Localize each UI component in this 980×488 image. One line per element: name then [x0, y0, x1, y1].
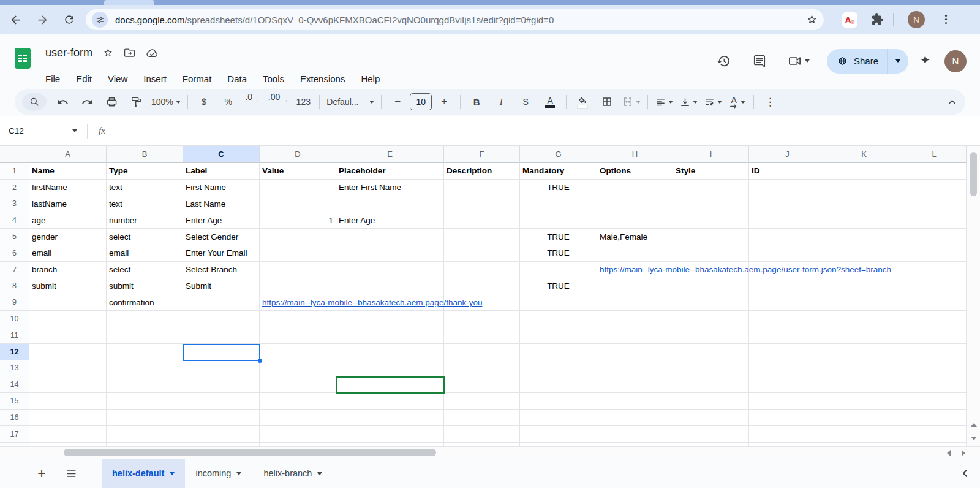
- cell-G8[interactable]: TRUE: [520, 278, 597, 295]
- text-rotation-button[interactable]: A: [725, 93, 750, 111]
- cell-J14[interactable]: [749, 376, 826, 393]
- cell-H13[interactable]: [597, 360, 673, 377]
- column-header-K[interactable]: K: [826, 146, 902, 163]
- cell-J16[interactable]: [749, 410, 826, 426]
- cell-D15[interactable]: [260, 393, 336, 410]
- cell-E10[interactable]: [336, 311, 444, 327]
- cell-A3[interactable]: lastName: [29, 196, 107, 213]
- cell-F15[interactable]: [444, 393, 520, 410]
- cell-A17[interactable]: [29, 426, 107, 443]
- vertical-scrollbar-thumb[interactable]: [970, 152, 977, 196]
- cell-J11[interactable]: [749, 327, 826, 344]
- cell-K15[interactable]: [826, 393, 902, 410]
- row-header-15[interactable]: 15: [0, 393, 29, 410]
- cell-K12[interactable]: [826, 344, 902, 360]
- cell-E13[interactable]: [336, 360, 444, 377]
- print-icon[interactable]: [99, 93, 124, 111]
- cell-C8[interactable]: Submit: [183, 278, 260, 295]
- row-header-13[interactable]: 13: [0, 360, 29, 377]
- scroll-right-button[interactable]: [957, 447, 970, 459]
- cell-I13[interactable]: [673, 360, 749, 377]
- cell-C7[interactable]: Select Branch: [183, 262, 260, 278]
- cell-I8[interactable]: [673, 278, 749, 295]
- cell-D11[interactable]: [260, 327, 336, 344]
- paint-format-icon[interactable]: [124, 93, 148, 111]
- cell-H2[interactable]: [597, 180, 673, 196]
- gemini-sparkle-icon[interactable]: [918, 54, 932, 68]
- cell-H9[interactable]: [597, 294, 673, 311]
- search-menus-icon[interactable]: [22, 93, 47, 111]
- cell-H16[interactable]: [597, 410, 673, 426]
- cell-D3[interactable]: [260, 196, 336, 213]
- cell-C5[interactable]: Select Gender: [183, 229, 260, 245]
- cell-F11[interactable]: [444, 327, 520, 344]
- cell-I12[interactable]: [673, 344, 749, 360]
- cell-K17[interactable]: [826, 426, 902, 443]
- cell-D2[interactable]: [260, 180, 336, 196]
- row-header-10[interactable]: 10: [0, 311, 29, 327]
- share-dropdown[interactable]: [888, 49, 908, 74]
- cell-G9[interactable]: [520, 294, 597, 311]
- cell-J15[interactable]: [749, 393, 826, 410]
- cell-K11[interactable]: [826, 327, 902, 344]
- cell-J2[interactable]: [749, 180, 826, 196]
- cell-I17[interactable]: [673, 426, 749, 443]
- text-color-button[interactable]: A: [538, 93, 562, 111]
- scroll-down-button[interactable]: [967, 432, 980, 445]
- active-browser-tab[interactable]: [104, 0, 154, 5]
- cell-D8[interactable]: [260, 278, 336, 295]
- cell-E1[interactable]: Placeholder: [336, 163, 444, 180]
- cell-E6[interactable]: [336, 245, 444, 262]
- cell-B10[interactable]: [107, 311, 183, 327]
- borders-icon[interactable]: [595, 93, 619, 111]
- bold-button[interactable]: B: [464, 93, 489, 111]
- cell-J6[interactable]: [749, 245, 826, 262]
- cell-A16[interactable]: [29, 410, 107, 426]
- cell-K9[interactable]: [826, 294, 902, 311]
- show-side-panel-chevron-icon[interactable]: [959, 459, 971, 488]
- cell-A10[interactable]: [29, 311, 107, 327]
- format-currency-icon[interactable]: $: [192, 93, 216, 111]
- cell-L12[interactable]: [902, 344, 967, 360]
- cell-K1[interactable]: [826, 163, 902, 180]
- cell-E4[interactable]: Enter Age: [336, 212, 444, 229]
- cell-C11[interactable]: [183, 327, 260, 344]
- cell-G16[interactable]: [520, 410, 597, 426]
- cell-D1[interactable]: Value: [260, 163, 336, 180]
- row-header-7[interactable]: 7: [0, 262, 29, 278]
- cell-F13[interactable]: [444, 360, 520, 377]
- cell-E11[interactable]: [336, 327, 444, 344]
- cell-C4[interactable]: Enter Age: [183, 212, 260, 229]
- cell-K4[interactable]: [826, 212, 902, 229]
- menu-format[interactable]: Format: [175, 72, 220, 85]
- row-header-4[interactable]: 4: [0, 212, 29, 229]
- row-header-3[interactable]: 3: [0, 196, 29, 213]
- cell-A11[interactable]: [29, 327, 107, 344]
- menu-data[interactable]: Data: [219, 72, 255, 85]
- cell-H15[interactable]: [597, 393, 673, 410]
- cell-G6[interactable]: TRUE: [520, 245, 597, 262]
- cell-L15[interactable]: [902, 393, 967, 410]
- cell-C1[interactable]: Label: [183, 163, 260, 180]
- comments-icon[interactable]: [746, 48, 773, 75]
- horizontal-align-button[interactable]: [652, 93, 676, 111]
- cell-A14[interactable]: [29, 376, 107, 393]
- cell-F2[interactable]: [444, 180, 520, 196]
- row-header-16[interactable]: 16: [0, 410, 29, 426]
- browser-menu-icon[interactable]: [940, 13, 952, 26]
- cell-E14[interactable]: [336, 376, 444, 393]
- cell-D10[interactable]: [260, 311, 336, 327]
- cell-L9[interactable]: [902, 294, 967, 311]
- menu-insert[interactable]: Insert: [135, 72, 175, 85]
- vertical-scrollbar[interactable]: [967, 146, 980, 446]
- cell-E2[interactable]: Enter First Name: [336, 180, 444, 196]
- cell-B2[interactable]: text: [107, 180, 183, 196]
- strikethrough-button[interactable]: S: [513, 93, 538, 111]
- cell-B17[interactable]: [107, 426, 183, 443]
- cell-H17[interactable]: [597, 426, 673, 443]
- cell-F12[interactable]: [444, 344, 520, 360]
- cell-H7[interactable]: https://main--lyca-mobile--bhasakatech.a…: [597, 262, 673, 278]
- cell-K5[interactable]: [826, 229, 902, 245]
- cell-C14[interactable]: [183, 376, 260, 393]
- cell-B15[interactable]: [107, 393, 183, 410]
